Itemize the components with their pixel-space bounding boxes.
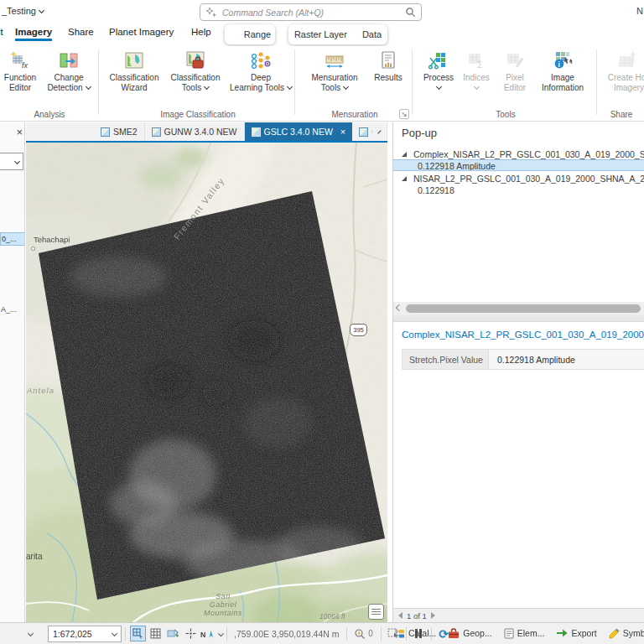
classification-tools-button[interactable]: Classification Tools bbox=[166, 49, 225, 93]
popup-horizontal-scrollbar[interactable] bbox=[393, 302, 644, 315]
tab-overflow-chevron-icon[interactable] bbox=[377, 130, 381, 133]
map-view[interactable]: Tehachapi Fremont Valley Antela arita Sa… bbox=[26, 141, 387, 622]
function-editor-button[interactable]: fx Function Editor bbox=[0, 49, 40, 93]
popup-panel-title: Pop-up bbox=[402, 127, 437, 139]
deep-learning-tools-button[interactable]: Deep Learning Tools bbox=[228, 49, 293, 93]
contextual-tab-group-raster: Raster Layer Data bbox=[288, 24, 387, 44]
mensuration-results-button[interactable]: Results bbox=[369, 49, 408, 83]
popup-field-row: Stretch.Pixel Value 0.122918 Amplitude bbox=[402, 349, 644, 370]
scroll-left-icon[interactable] bbox=[396, 304, 402, 311]
group-divider bbox=[98, 49, 99, 115]
map-icon bbox=[252, 127, 261, 137]
map-view-tab-strip: SME2 GUNW 3.4.0 NEW GSLC 3.4.0 NEW × Coh… bbox=[26, 122, 387, 141]
chevron-down-icon bbox=[217, 631, 223, 636]
contextual-tab-range[interactable]: Range bbox=[225, 24, 275, 44]
group-divider bbox=[294, 49, 295, 115]
chevron-down-icon bbox=[204, 84, 210, 90]
map-label-san-gabriel-mountains: San Gabriel Mountains bbox=[204, 592, 242, 617]
grid-toggle-icon[interactable] bbox=[148, 626, 164, 641]
chevron-down-icon bbox=[14, 158, 20, 164]
map-tab-gunw[interactable]: GUNW 3.4.0 NEW bbox=[145, 122, 245, 141]
create-hosted-imagery-button[interactable]: Create Hos Imagery bbox=[604, 49, 644, 93]
layer-combobox[interactable] bbox=[0, 153, 23, 170]
crosshair-icon[interactable] bbox=[183, 626, 199, 641]
image-information-icon: i bbox=[552, 49, 574, 70]
project-name-menu[interactable]: _Testing bbox=[2, 6, 44, 16]
ribbon-group-analysis: fx Function Editor Change Detection Anal… bbox=[0, 46, 99, 122]
change-detection-button[interactable]: Change Detection bbox=[42, 49, 96, 93]
process-button[interactable]: Process bbox=[419, 49, 458, 93]
change-detection-icon bbox=[58, 49, 80, 70]
dock-tab-element[interactable]: Elem... bbox=[504, 628, 545, 639]
map-note-icon[interactable] bbox=[368, 604, 384, 620]
map-icon bbox=[152, 127, 161, 137]
map-tab-gslc-active[interactable]: GSLC 3.4.0 NEW × bbox=[245, 122, 353, 141]
results-icon bbox=[379, 49, 397, 70]
page-previous-icon[interactable] bbox=[398, 612, 402, 619]
element-icon bbox=[504, 628, 514, 639]
notification-clipped-text: N bbox=[636, 6, 643, 16]
ribbon-group-image-classification: Classification Wizard Classification Too… bbox=[101, 46, 295, 122]
popup-tree-child-selected[interactable]: 0.122918 Amplitude bbox=[393, 159, 644, 171]
job-status-icon[interactable]: 0 bbox=[351, 626, 377, 641]
north-arrow-icon[interactable]: N bbox=[200, 626, 222, 641]
deep-learning-tools-icon bbox=[249, 49, 273, 70]
snapping-toggle-icon[interactable] bbox=[130, 626, 146, 641]
group-label-analysis: Analysis bbox=[0, 110, 99, 119]
layer-item[interactable]: A_... bbox=[0, 304, 25, 315]
map-tab-sme2[interactable]: SME2 bbox=[94, 122, 145, 141]
tab-planet-imagery[interactable]: Planet Imagery bbox=[109, 27, 174, 37]
ribbon-group-tools: Process Σ Indices bbox=[414, 46, 597, 122]
contextual-tab-raster-layer[interactable]: Raster Layer bbox=[294, 29, 347, 39]
dock-tab-catalog[interactable]: Catal... bbox=[394, 628, 436, 639]
tree-expander-icon[interactable] bbox=[402, 152, 407, 157]
project-name-label: _Testing bbox=[2, 6, 36, 16]
tab-imagery[interactable]: Imagery bbox=[15, 27, 52, 37]
catalog-icon bbox=[394, 628, 405, 639]
map-tab-coherence[interactable]: Coherence - Wra bbox=[352, 122, 387, 141]
svg-text:N: N bbox=[200, 630, 205, 638]
layer-item-selected[interactable]: 0_... bbox=[0, 232, 25, 246]
group-divider bbox=[596, 49, 597, 115]
dialog-launcher-icon[interactable]: ↘ bbox=[399, 109, 409, 119]
group-label-share: Share bbox=[599, 110, 644, 119]
popup-tree-child[interactable]: 0.122918 bbox=[393, 184, 644, 197]
dock-tab-symbology[interactable]: Symb... bbox=[609, 628, 644, 639]
popup-tree-item[interactable]: NISAR_L2_PR_GSLC_001_030_A_019_2000_SHNA… bbox=[393, 173, 644, 185]
search-icon[interactable] bbox=[405, 7, 416, 18]
tab-close-icon[interactable]: × bbox=[340, 127, 345, 137]
pixel-editor-button[interactable]: Pixel Editor bbox=[496, 49, 533, 93]
contents-pane-sliver: × 0_... A_... bbox=[0, 122, 25, 622]
map-label-antelope-valley: Antela bbox=[27, 386, 55, 395]
group-label-tools: Tools bbox=[414, 110, 597, 119]
image-information-button[interactable]: i Image Information bbox=[537, 49, 589, 93]
svg-text:Σ: Σ bbox=[477, 60, 483, 70]
contextual-tab-data[interactable]: Data bbox=[362, 29, 382, 39]
tab-help[interactable]: Help bbox=[191, 27, 211, 37]
dock-tab-export[interactable]: Export bbox=[556, 628, 596, 638]
tab-edit-clipped[interactable]: it bbox=[0, 27, 3, 37]
map-label-santa-clarita: arita bbox=[26, 552, 42, 561]
scrollbar-thumb[interactable] bbox=[406, 304, 641, 313]
mensuration-tools-button[interactable]: Mensuration Tools bbox=[304, 49, 366, 93]
classification-wizard-button[interactable]: Classification Wizard bbox=[106, 49, 163, 93]
active-view-indicator bbox=[26, 141, 387, 143]
arcgis-pro-window: _Testing Command Search (Alt+Q) N it Ima… bbox=[0, 0, 644, 644]
tab-share[interactable]: Share bbox=[68, 27, 94, 37]
tree-expander-icon[interactable] bbox=[402, 176, 407, 181]
popup-pagination: 1 of 1 bbox=[393, 608, 644, 622]
dock-tab-geoprocessing[interactable]: Geop... bbox=[448, 628, 491, 639]
indices-button[interactable]: Σ Indices bbox=[460, 49, 493, 93]
pane-close-button[interactable]: × bbox=[16, 126, 23, 138]
page-count-label: 1 of 1 bbox=[407, 611, 427, 621]
map-label-tehachapi: Tehachapi bbox=[34, 235, 70, 244]
edit-features-icon[interactable] bbox=[165, 626, 181, 641]
page-next-icon[interactable] bbox=[431, 612, 435, 619]
status-chevron-icon[interactable] bbox=[28, 631, 34, 636]
popup-detail-link[interactable]: Complex_NISAR_L2_PR_GSLC_001_030_A_019_2… bbox=[402, 330, 644, 340]
command-search-placeholder: Command Search (Alt+Q) bbox=[222, 8, 405, 18]
command-search-box[interactable]: Command Search (Alt+Q) bbox=[200, 3, 422, 21]
map-scale-combobox[interactable]: 1:672,025 bbox=[48, 626, 122, 642]
chevron-down-icon bbox=[473, 84, 479, 90]
divider bbox=[346, 627, 347, 641]
